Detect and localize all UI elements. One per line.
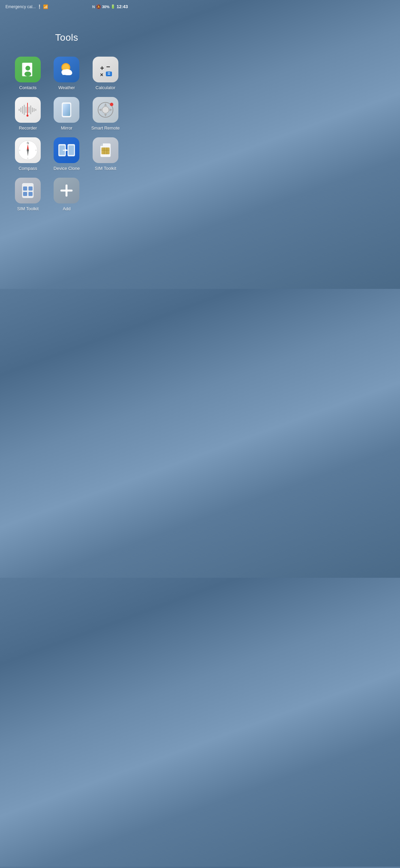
weather-icon	[54, 57, 79, 82]
svg-rect-64	[60, 190, 73, 192]
recorder-icon	[15, 97, 41, 123]
svg-rect-25	[34, 108, 35, 112]
mute-icon: 🔕	[96, 4, 101, 9]
app-weather[interactable]: Weather	[49, 57, 84, 90]
svg-marker-34	[110, 108, 112, 111]
svg-text:−: −	[106, 63, 110, 71]
add-icon	[54, 178, 79, 203]
contacts-label: Contacts	[19, 85, 37, 90]
status-bar: Emergency cal... ❕ 📶 N 🔕 30% 🔋 12:43	[0, 0, 133, 12]
svg-point-30	[102, 106, 109, 113]
app-contacts[interactable]: Contacts	[10, 57, 45, 90]
add-label: Add	[63, 206, 71, 211]
exclamation-icon: ❕	[37, 4, 42, 9]
svg-rect-28	[63, 104, 70, 116]
battery-icon: 🔋	[111, 4, 115, 9]
app-recorder[interactable]: Recorder	[10, 97, 45, 131]
svg-rect-62	[28, 192, 33, 196]
svg-marker-31	[104, 103, 107, 106]
battery-percent: 30%	[102, 5, 110, 9]
svg-point-3	[24, 72, 31, 76]
svg-rect-24	[32, 107, 33, 112]
clock: 12:43	[117, 4, 128, 9]
app-add[interactable]: Add	[49, 178, 84, 211]
smartremote-label: Smart Remote	[91, 125, 120, 131]
svg-rect-26	[35, 109, 36, 111]
recorder-label: Recorder	[19, 125, 37, 131]
simtoolkit2-label: SIM Toolkit	[17, 206, 38, 211]
nfc-icon: N	[92, 5, 95, 9]
status-right: N 🔕 30% 🔋 12:43	[92, 4, 128, 9]
svg-rect-54	[101, 147, 110, 154]
apps-grid: Contacts Weather + −	[0, 57, 133, 211]
simtoolkit2-icon	[15, 178, 41, 203]
contacts-icon	[15, 57, 41, 82]
deviceclone-icon	[54, 137, 79, 163]
page-title: Tools	[0, 32, 133, 43]
svg-rect-53	[101, 144, 102, 145]
svg-point-2	[25, 66, 30, 71]
mirror-label: Mirror	[61, 125, 73, 131]
simtoolkit1-icon	[93, 137, 118, 163]
calculator-icon: + − × =	[93, 57, 118, 82]
compass-label: Compass	[19, 166, 37, 171]
svg-rect-48	[69, 145, 74, 155]
svg-rect-59	[23, 186, 27, 191]
deviceclone-label: Device Clone	[54, 166, 80, 171]
smartremote-icon	[93, 97, 118, 123]
svg-text:+: +	[100, 64, 104, 72]
calculator-label: Calculator	[96, 85, 116, 90]
svg-marker-32	[104, 114, 107, 117]
svg-marker-33	[99, 108, 101, 111]
mirror-icon	[54, 97, 79, 123]
svg-rect-9	[62, 72, 71, 75]
svg-rect-22	[28, 107, 30, 113]
emergency-call-text: Emergency cal... ❕ 📶	[5, 4, 48, 9]
app-simtoolkit-2[interactable]: SIM Toolkit	[10, 178, 45, 211]
app-compass[interactable]: N Compass	[10, 137, 45, 171]
svg-rect-16	[20, 107, 21, 112]
svg-rect-18	[24, 105, 25, 115]
svg-rect-19	[25, 107, 26, 113]
svg-point-21	[26, 115, 28, 117]
svg-rect-60	[28, 186, 33, 191]
app-simtoolkit-1[interactable]: SIM Toolkit	[88, 137, 123, 171]
svg-rect-20	[27, 103, 28, 116]
svg-rect-61	[23, 192, 27, 196]
simtoolkit1-label: SIM Toolkit	[95, 166, 116, 171]
app-calculator[interactable]: + − × = Calculator	[88, 57, 123, 90]
weather-label: Weather	[58, 85, 75, 90]
svg-point-35	[110, 103, 113, 106]
svg-point-40	[27, 149, 29, 151]
app-deviceclone[interactable]: Device Clone	[49, 137, 84, 171]
compass-icon: N	[15, 137, 41, 163]
svg-rect-17	[22, 106, 23, 114]
app-mirror[interactable]: Mirror	[49, 97, 84, 131]
wifi-icon: 📶	[43, 4, 48, 9]
svg-rect-23	[30, 105, 31, 114]
app-smartremote[interactable]: Smart Remote	[88, 97, 123, 131]
svg-text:=: =	[108, 71, 110, 76]
svg-rect-15	[19, 109, 20, 111]
svg-text:×: ×	[100, 72, 103, 78]
